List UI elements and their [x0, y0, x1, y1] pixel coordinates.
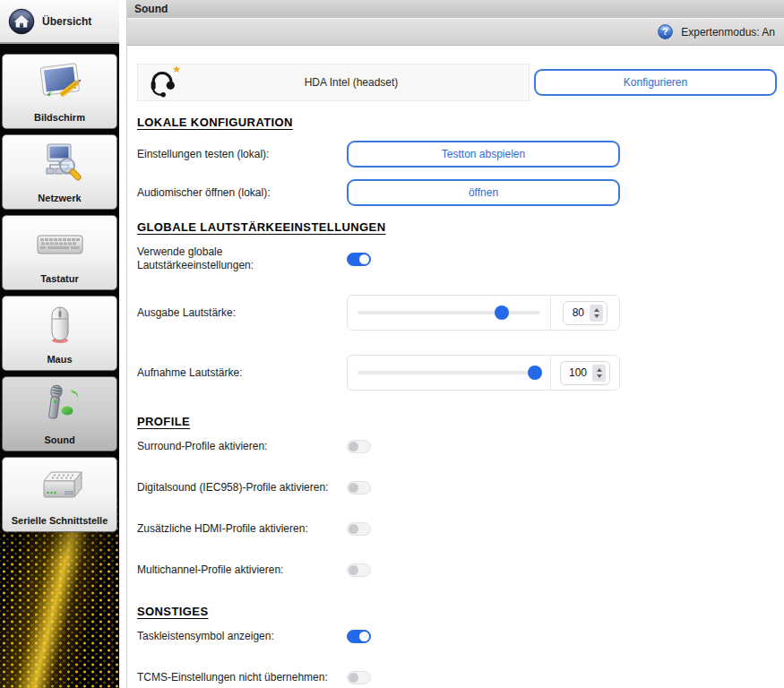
serial-port-icon: [34, 458, 86, 515]
toolbar: ? Expertenmodus: An: [127, 19, 784, 46]
section-title-profile: PROFILE: [137, 415, 777, 428]
sidebar: Übersicht: [0, 0, 119, 688]
input-volume-input[interactable]: 100: [560, 361, 610, 385]
question-mark-icon[interactable]: ?: [658, 24, 673, 39]
setting-label: Einstellungen testen (lokal):: [137, 148, 347, 161]
toggle-knob: [349, 565, 358, 575]
sidebar-item-sound[interactable]: Sound: [2, 376, 117, 452]
number-stepper[interactable]: [592, 365, 606, 382]
surround-profile-toggle[interactable]: [347, 440, 371, 453]
section-title-globale-lautstaerke: GLOBALE LAUTSTÄRKEEINSTELLUNGEN: [137, 220, 777, 234]
play-test-tone-button[interactable]: Testton abspielen: [347, 141, 620, 168]
sidebar-item-overview[interactable]: Übersicht: [0, 0, 119, 44]
setting-row-multichannel-profile: Multichannel-Profile aktivieren:: [137, 563, 777, 577]
input-volume-value: 100: [569, 366, 587, 379]
configure-button[interactable]: Konfigurieren: [534, 69, 777, 96]
chevron-up-icon[interactable]: [594, 308, 599, 312]
sidebar-item-overview-label: Übersicht: [42, 15, 91, 28]
audio-device-panel: ★ HDA Intel (headset): [137, 64, 530, 101]
hdmi-profile-toggle[interactable]: [347, 522, 371, 536]
slider-track[interactable]: [358, 371, 540, 374]
setting-label: Taskleistensymbol anzeigen:: [137, 630, 347, 643]
setting-row-tcms: TCMS-Einstellungen nicht übernehmen:: [137, 671, 777, 684]
chevron-down-icon[interactable]: [594, 314, 599, 318]
sidebar-item-label: Netzwerk: [38, 193, 81, 203]
toggle-knob: [359, 632, 369, 641]
setting-row-surround-profile: Surround-Profile aktivieren:: [137, 440, 777, 453]
app-window: Übersicht: [0, 0, 784, 688]
sidebar-item-tastatur[interactable]: Tastatur: [2, 215, 117, 290]
sidebar-item-serielle-schnittstelle[interactable]: Serielle Schnittstelle: [2, 457, 117, 532]
sidebar-item-label: Tastatur: [40, 273, 79, 284]
setting-label: TCMS-Einstellungen nicht übernehmen:: [137, 671, 347, 684]
screen-icon: [34, 55, 86, 112]
input-volume-slider[interactable]: [348, 356, 551, 390]
audio-device-row: ★ HDA Intel (headset) Konfigurieren: [137, 64, 777, 101]
sidebar-item-label: Bildschirm: [34, 112, 85, 123]
audio-device-name: HDA Intel (headset): [183, 76, 520, 89]
setting-label: Multichannel-Profile aktivieren:: [137, 563, 347, 577]
toggle-knob: [349, 673, 358, 683]
slider-thumb[interactable]: [528, 366, 542, 380]
toggle-knob: [349, 442, 358, 452]
panel-title: Sound: [134, 3, 168, 15]
output-volume-number: 80: [551, 296, 619, 330]
input-volume-control: 100: [347, 355, 620, 391]
setting-label: Audiomischer öffnen (lokal):: [137, 186, 347, 200]
setting-row-test-settings: Einstellungen testen (lokal): Testton ab…: [137, 141, 777, 168]
setting-label: Surround-Profile aktivieren:: [137, 440, 347, 453]
star-icon: ★: [172, 64, 181, 75]
output-volume-input[interactable]: 80: [563, 301, 607, 325]
section-title-lokale-konfiguration: LOKALE KONFIGURATION: [137, 116, 777, 129]
sidebar-item-label: Serielle Schnittstelle: [12, 515, 108, 526]
setting-label: Zusätzliche HDMI-Profile aktivieren:: [137, 522, 347, 536]
sidebar-item-label: Maus: [47, 354, 72, 365]
network-icon: [35, 135, 85, 193]
slider-track[interactable]: [358, 311, 540, 314]
toggle-knob: [359, 254, 369, 264]
sidebar-item-bildschirm[interactable]: Bildschirm: [2, 54, 117, 129]
use-global-volume-toggle[interactable]: [347, 253, 371, 266]
mouse-icon: [39, 297, 82, 354]
output-volume-slider[interactable]: [348, 296, 551, 330]
chevron-down-icon[interactable]: [597, 374, 602, 378]
tray-icon-toggle[interactable]: [347, 630, 371, 643]
setting-row-tray-icon: Taskleistensymbol anzeigen:: [137, 630, 777, 643]
open-audio-mixer-button[interactable]: öffnen: [347, 179, 620, 206]
home-icon: [8, 8, 35, 35]
sidebar-item-netzwerk[interactable]: Netzwerk: [2, 134, 117, 210]
expert-mode-status: Expertenmodus: An: [681, 26, 775, 39]
sidebar-item-maus[interactable]: Maus: [2, 296, 117, 371]
input-volume-number: 100: [551, 356, 619, 390]
setting-label: Verwende globale Lautstärkeeinstellungen…: [137, 245, 347, 272]
toggle-knob: [349, 483, 358, 493]
sound-settings-content: ★ HDA Intel (headset) Konfigurieren LOKA…: [127, 46, 784, 684]
setting-label: Digitalsound (IEC958)-Profile aktivieren…: [137, 481, 347, 494]
tcms-toggle[interactable]: [347, 671, 371, 684]
section-title-sonstiges: SONSTIGES: [137, 605, 777, 618]
output-volume-control: 80: [347, 295, 620, 331]
setting-row-hdmi-profile: Zusätzliche HDMI-Profile aktivieren:: [137, 522, 777, 536]
setting-row-open-mixer: Audiomischer öffnen (lokal): öffnen: [137, 179, 777, 206]
digitalsound-profile-toggle[interactable]: [347, 481, 371, 494]
chevron-up-icon[interactable]: [597, 368, 602, 372]
setting-label: Aufnahme Lautstärke:: [137, 366, 347, 380]
main-panel: Sound ? Expertenmodus: An: [126, 0, 784, 688]
number-stepper[interactable]: [590, 305, 603, 322]
keyboard-icon: [33, 216, 87, 273]
sidebar-item-label: Sound: [44, 434, 74, 445]
sound-icon: [35, 377, 85, 434]
headset-icon: ★: [147, 67, 183, 98]
setting-label: Ausgabe Lautstärke:: [137, 306, 347, 320]
multichannel-profile-toggle[interactable]: [347, 563, 371, 577]
sidebar-items: Bildschirm: [0, 44, 119, 532]
output-volume-value: 80: [572, 306, 584, 319]
setting-row-output-volume: Ausgabe Lautstärke: 80: [137, 295, 777, 331]
svg-text:?: ?: [663, 27, 668, 37]
setting-row-input-volume: Aufnahme Lautstärke: 100: [137, 355, 777, 391]
slider-thumb[interactable]: [495, 305, 509, 320]
panel-title-bar: Sound: [127, 0, 784, 19]
toggle-knob: [349, 524, 358, 534]
setting-row-digitalsound-profile: Digitalsound (IEC958)-Profile aktivieren…: [137, 481, 777, 494]
setting-row-use-global-volume: Verwende globale Lautstärkeeinstellungen…: [137, 245, 777, 272]
